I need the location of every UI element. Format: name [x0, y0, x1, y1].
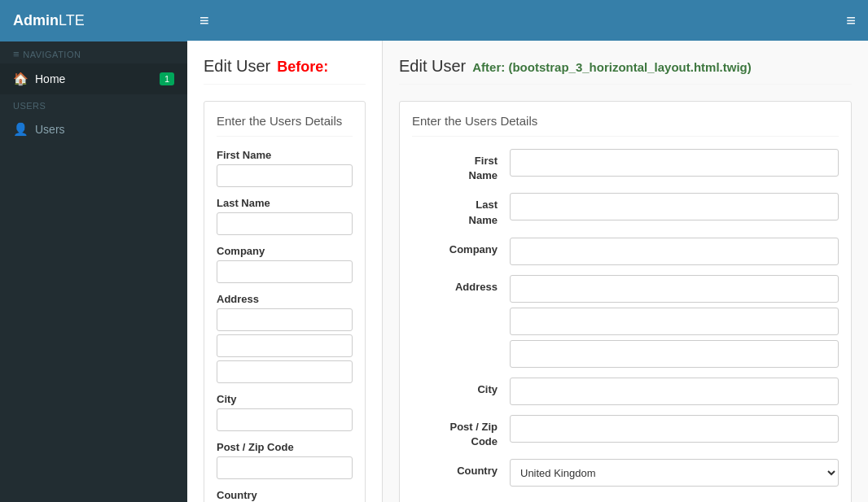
after-zip-group: Post / ZipCode — [412, 415, 839, 449]
before-address-group: Address — [217, 293, 353, 383]
after-label: After: (bootstrap_3_horizontal_layout.ht… — [472, 60, 752, 74]
before-form-box: Enter the Users Details First Name Last … — [204, 101, 366, 502]
after-city-input[interactable] — [510, 378, 839, 405]
before-label: Before: — [277, 59, 328, 76]
after-address-wrapper — [510, 275, 839, 368]
before-zip-label: Post / Zip Code — [217, 441, 353, 453]
sidebar-item-home-label: Home — [35, 72, 65, 85]
after-address-group: Address — [412, 275, 839, 368]
before-city-label: City — [217, 393, 353, 405]
before-zip-group: Post / Zip Code — [217, 441, 353, 479]
after-last-name-group: LastName — [412, 193, 839, 227]
after-panel-title: Edit User — [399, 57, 466, 76]
after-company-group: Company — [412, 238, 839, 265]
after-address-label: Address — [412, 275, 510, 295]
after-company-wrapper — [510, 238, 839, 265]
main-content: ≡ ≡ Edit User Before: Enter the Users De… — [187, 0, 868, 502]
before-first-name-label: First Name — [217, 149, 353, 161]
before-last-name-group: Last Name — [217, 197, 353, 235]
after-panel-header: Edit User After: (bootstrap_3_horizontal… — [399, 57, 852, 85]
sidebar-item-users-label: Users — [35, 123, 65, 136]
before-address1-input[interactable] — [217, 308, 353, 331]
top-navbar: ≡ ≡ — [187, 0, 868, 41]
after-company-input[interactable] — [510, 238, 839, 265]
before-country-group: Country United Kingdom United States Can… — [217, 489, 353, 502]
after-country-group: Country United Kingdom United States Can… — [412, 459, 839, 487]
before-panel-header: Edit User Before: — [204, 57, 366, 85]
before-form-title: Enter the Users Details — [217, 114, 353, 137]
before-last-name-input[interactable] — [217, 212, 353, 235]
before-city-group: City — [217, 393, 353, 431]
after-country-wrapper: United Kingdom United States Canada Aust… — [510, 459, 839, 487]
home-badge: 1 — [160, 72, 174, 85]
brand-name-light: LTE — [59, 12, 85, 28]
after-city-wrapper — [510, 378, 839, 405]
sidebar-toggle-button[interactable]: ≡ — [199, 11, 209, 30]
after-last-name-wrapper — [510, 193, 839, 220]
after-first-name-input[interactable] — [510, 149, 839, 177]
after-address3-input[interactable] — [510, 340, 839, 368]
before-company-label: Company — [217, 245, 353, 257]
after-first-name-wrapper — [510, 149, 839, 177]
before-address2-input[interactable] — [217, 334, 353, 357]
after-form-title: Enter the Users Details — [412, 114, 839, 137]
after-zip-wrapper — [510, 415, 839, 443]
after-first-name-label: FirstName — [412, 149, 510, 183]
after-address2-input[interactable] — [510, 308, 839, 335]
home-icon: 🏠 — [13, 72, 28, 86]
after-zip-input[interactable] — [510, 415, 839, 443]
after-first-name-group: FirstName — [412, 149, 839, 183]
before-first-name-input[interactable] — [217, 164, 353, 187]
after-zip-label: Post / ZipCode — [412, 415, 510, 449]
sidebar-item-users[interactable]: 👤 Users — [0, 114, 187, 145]
before-zip-input[interactable] — [217, 456, 353, 479]
after-country-select[interactable]: United Kingdom United States Canada Aust… — [510, 459, 839, 487]
navigation-section-label: NAVIGATION — [0, 41, 187, 63]
user-icon: 👤 — [13, 122, 28, 137]
after-form-box: Enter the Users Details FirstName LastNa… — [399, 101, 852, 502]
before-country-label: Country — [217, 489, 353, 501]
after-city-label: City — [412, 378, 510, 397]
after-city-group: City — [412, 378, 839, 405]
right-toggle-button[interactable]: ≡ — [846, 11, 856, 30]
sidebar: AdminLTE NAVIGATION 🏠 Home 1 USERS 👤 Use… — [0, 0, 187, 502]
before-address3-input[interactable] — [217, 360, 353, 383]
panel-before: Edit User Before: Enter the Users Detail… — [187, 41, 383, 502]
sidebar-item-home[interactable]: 🏠 Home 1 — [0, 63, 187, 94]
users-section-label: USERS — [0, 94, 187, 114]
brand-logo: AdminLTE — [0, 0, 187, 41]
before-company-input[interactable] — [217, 260, 353, 283]
content-area: Edit User Before: Enter the Users Detail… — [187, 41, 868, 502]
brand-name-bold: Admin — [13, 12, 59, 28]
after-company-label: Company — [412, 238, 510, 257]
before-last-name-label: Last Name — [217, 197, 353, 209]
after-last-name-label: LastName — [412, 193, 510, 227]
after-country-label: Country — [412, 459, 510, 478]
before-panel-title: Edit User — [204, 57, 270, 76]
after-last-name-input[interactable] — [510, 193, 839, 220]
before-city-input[interactable] — [217, 408, 353, 431]
panel-after: Edit User After: (bootstrap_3_horizontal… — [383, 41, 868, 502]
after-address1-input[interactable] — [510, 275, 839, 303]
before-first-name-group: First Name — [217, 149, 353, 187]
before-company-group: Company — [217, 245, 353, 283]
before-address-label: Address — [217, 293, 353, 305]
